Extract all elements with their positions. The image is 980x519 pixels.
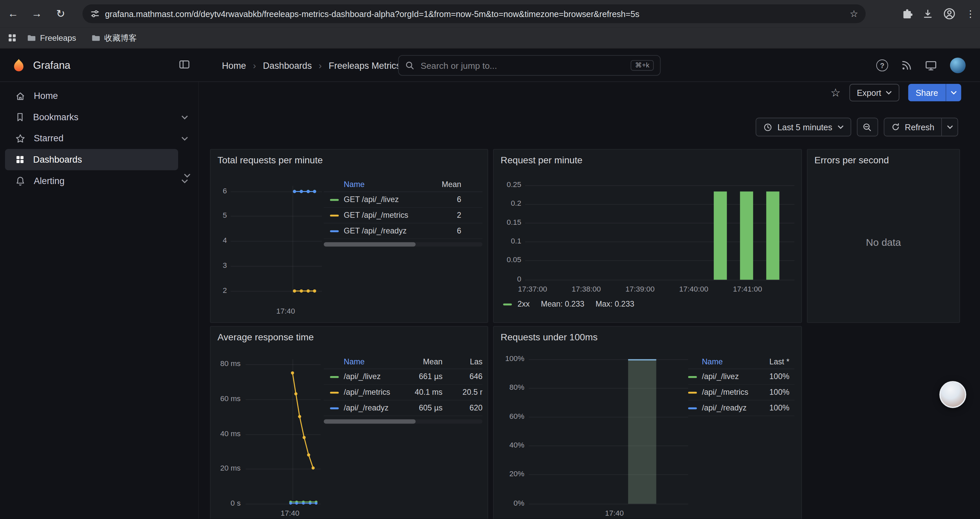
legend-row[interactable]: /api/_/metrics 100% (688, 385, 795, 401)
legend-series-name: GET /api/_/livez (344, 195, 420, 204)
legend-series-last: 100% (759, 372, 789, 381)
folder-icon (27, 33, 37, 42)
share-button[interactable]: Share (908, 84, 945, 101)
grafana-logo-icon (11, 58, 26, 73)
search-box[interactable]: ⌘+k (398, 55, 661, 76)
chevron-down-icon[interactable] (181, 136, 188, 141)
user-avatar[interactable] (950, 57, 966, 73)
sidebar-toggle-icon[interactable] (179, 59, 190, 70)
axis-tick-label: 0% (487, 498, 524, 507)
sidebar-item-home[interactable]: Home (5, 85, 193, 107)
panel-requests-under-100ms: Requests under 100ms 100%80%60%40%20%0%1… (493, 326, 802, 519)
grid-h (525, 260, 795, 261)
legend-header-name[interactable]: Name (344, 180, 420, 189)
favorite-star-icon[interactable]: ☆ (830, 86, 841, 99)
address-bar[interactable]: grafana.mathmast.com/d/deytv4rwavabkb/fr… (83, 4, 865, 23)
sidebar-item-label: Bookmarks (33, 112, 78, 122)
download-icon[interactable] (923, 8, 933, 19)
legend-header-last[interactable]: Las (453, 357, 483, 366)
bookmark-folder-freeleaps[interactable]: Freeleaps (22, 31, 81, 45)
chevron-down-icon[interactable] (184, 173, 191, 178)
legend-series-last: 100% (759, 388, 789, 397)
legend-row[interactable]: GET /api/_/livez 6 (324, 192, 483, 208)
legend-inline[interactable]: 2xx Mean: 0.233 Max: 0.233 (503, 300, 634, 308)
grafana-brand[interactable]: Grafana (0, 49, 199, 82)
axis-tick-label: 40% (487, 441, 524, 449)
sidebar-item-bookmarks[interactable]: Bookmarks (5, 107, 193, 128)
bar (714, 192, 727, 280)
legend-row[interactable]: /api/_/livez 100% (688, 369, 795, 385)
refresh-icon (891, 123, 900, 131)
dashboard-toolbar: ☆ Export Share (830, 83, 961, 102)
screen: ← → ↻ grafana.mathmast.com/d/deytv4rwava… (0, 0, 980, 519)
legend-row[interactable]: /api/_/metrics 40.1 ms 20.5 r (324, 385, 483, 401)
axis-tick-label: 17:40 (586, 509, 643, 517)
legend-row[interactable]: /api/_/readyz 605 µs 620 (324, 401, 483, 416)
series-color-dash (330, 214, 339, 216)
legend-header-name[interactable]: Name (702, 357, 759, 366)
legend-header-mean[interactable]: Mean (394, 357, 442, 366)
sidebar-item-alerting[interactable]: Alerting (5, 170, 193, 192)
grid-h (525, 204, 795, 205)
search-input[interactable] (419, 60, 625, 71)
axis-tick-label: 20% (487, 469, 524, 478)
time-range-picker[interactable]: Last 5 minutes (756, 118, 851, 136)
site-info-icon[interactable] (90, 9, 100, 19)
panel-avg-response-time: Average response time 80 ms60 ms40 ms20 … (210, 326, 488, 519)
legend-series-name: 2xx (517, 300, 529, 308)
legend-row[interactable]: /api/_/readyz 100% (688, 401, 795, 416)
scrollbar-thumb[interactable] (324, 242, 416, 246)
screen-share-icon[interactable] (925, 59, 937, 72)
panel-title[interactable]: Errors per second (808, 150, 959, 167)
legend-row[interactable]: GET /api/_/metrics 2 (324, 208, 483, 224)
profile-icon[interactable] (943, 7, 955, 20)
refresh-interval-dropdown[interactable] (941, 118, 958, 136)
grid-h (529, 359, 688, 360)
help-icon[interactable]: ? (876, 59, 888, 72)
sidebar-item-starred[interactable]: Starred (5, 128, 193, 149)
extensions-icon[interactable] (902, 8, 913, 19)
bookmark-star-icon[interactable]: ☆ (850, 8, 858, 19)
legend-scrollbar[interactable] (324, 419, 483, 423)
refresh-button[interactable]: Refresh (884, 118, 941, 136)
reload-button[interactable]: ↻ (50, 3, 72, 24)
news-rss-icon[interactable] (901, 60, 912, 71)
back-button[interactable]: ← (2, 3, 24, 24)
legend-row[interactable]: /api/_/livez 661 µs 646 (324, 369, 483, 385)
legend-row[interactable]: GET /api/_/readyz 6 (324, 224, 483, 239)
apps-grid-icon[interactable] (7, 33, 17, 42)
legend-max-stat: Max: 0.233 (596, 300, 635, 308)
scrollbar-thumb[interactable] (324, 419, 416, 423)
zoom-out-button[interactable] (857, 118, 878, 136)
url-text[interactable]: grafana.mathmast.com/d/deytv4rwavabkb/fr… (105, 9, 845, 18)
bar (766, 192, 779, 280)
legend-series-name: /api/_/readyz (344, 404, 394, 412)
share-dropdown-button[interactable] (946, 84, 961, 101)
chevron-down-icon (837, 125, 843, 129)
sidebar-item-label: Alerting (34, 176, 64, 186)
grid-h (529, 417, 688, 417)
legend-series-mean: 6 (420, 227, 482, 235)
legend-header-name[interactable]: Name (344, 357, 394, 366)
legend-header-mean[interactable]: Mean (420, 180, 482, 189)
legend-series-last: 20.5 r (453, 388, 483, 397)
legend-header-last[interactable]: Last * (759, 357, 789, 366)
breadcrumb-home[interactable]: Home (222, 61, 246, 70)
forward-button[interactable]: → (26, 3, 48, 24)
time-range-label: Last 5 minutes (778, 122, 832, 132)
legend-mean-stat: Mean: 0.233 (541, 300, 584, 308)
chevron-down-icon[interactable] (181, 179, 188, 183)
breadcrumb-dashboards[interactable]: Dashboards (263, 61, 312, 70)
legend-series-name: /api/_/livez (702, 372, 759, 381)
axis-tick-label: 60% (487, 412, 524, 420)
assistant-floating-avatar[interactable] (939, 381, 966, 408)
axis-tick-label: 80% (487, 383, 524, 392)
legend-scrollbar[interactable] (324, 242, 483, 246)
sidebar-item-dashboards[interactable]: Dashboards (5, 149, 178, 170)
export-button[interactable]: Export (849, 84, 899, 101)
chevron-down-icon[interactable] (181, 115, 188, 119)
legend-series-last: 646 (453, 372, 483, 381)
bookmark-folder-blogs[interactable]: 收藏博客 (86, 30, 142, 45)
bar (740, 192, 753, 280)
browser-menu-icon[interactable]: ⋮ (966, 8, 975, 19)
